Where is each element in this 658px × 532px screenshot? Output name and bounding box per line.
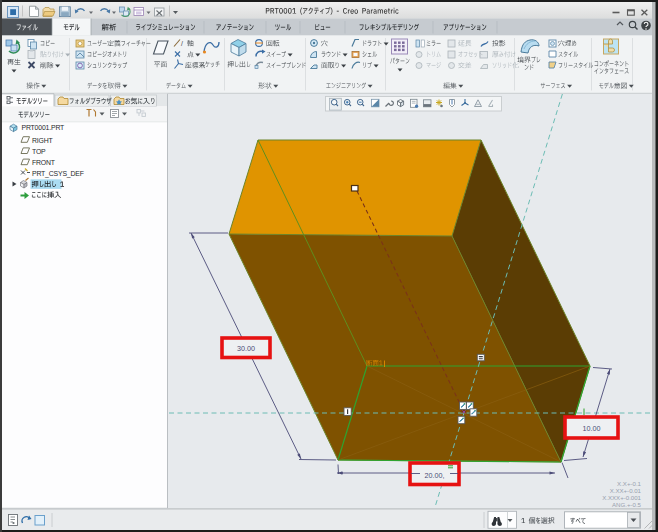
- svg-text:TOP: TOP: [32, 148, 46, 155]
- svg-text:10.00: 10.00: [583, 424, 601, 433]
- svg-text:ANG.+-0.5: ANG.+-0.5: [612, 501, 642, 508]
- svg-text:FRONT: FRONT: [32, 159, 56, 166]
- svg-text:30.00: 30.00: [237, 344, 255, 353]
- svg-text:PRT_CSYS_DEF: PRT_CSYS_DEF: [32, 170, 84, 178]
- svg-text:X.XXX+-0.001: X.XXX+-0.001: [602, 494, 641, 501]
- svg-text:X.X+-0.1: X.X+-0.1: [617, 480, 641, 487]
- svg-text:PRT0001.PRT: PRT0001.PRT: [22, 124, 66, 131]
- svg-text:RIGHT: RIGHT: [32, 137, 54, 144]
- svg-text:/: /: [181, 40, 183, 47]
- svg-text:X.XX+-0.01: X.XX+-0.01: [610, 487, 642, 494]
- svg-text:20.00,: 20.00,: [425, 471, 445, 480]
